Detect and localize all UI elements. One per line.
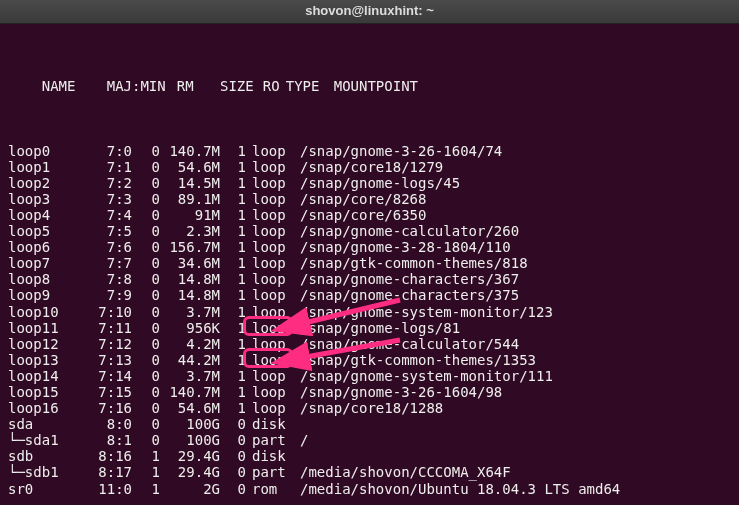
cell-name: loop8 [8,271,66,287]
cell-mountpoint: /snap/gnome-characters/367 [296,271,519,287]
cell-type: rom [246,481,296,497]
cell-majmin: 7:11 [66,320,134,336]
cell-mountpoint: /media/shovon/CCCOMA_X64F [296,464,511,480]
cell-rm: 0 [134,207,160,223]
cell-mountpoint: /snap/gnome-3-26-1604/74 [296,143,502,159]
cell-type: loop [246,223,296,239]
cell-type: loop [246,255,296,271]
cell-mountpoint: /snap/gnome-system-monitor/111 [296,368,553,384]
cell-size: 54.6M [160,159,220,175]
cell-type: part [246,432,296,448]
cell-ro: 1 [220,159,246,175]
cell-ro: 1 [220,175,246,191]
table-row: loop77:7034.6M1loop/snap/gtk-common-them… [8,255,731,271]
cell-size: 100G [160,432,220,448]
cell-mountpoint: /snap/gnome-system-monitor/123 [296,304,553,320]
cell-ro: 0 [220,464,246,480]
cell-name: loop16 [8,400,66,416]
header-size: SIZE [194,78,254,94]
cell-majmin: 7:12 [66,336,134,352]
cell-size: 14.8M [160,287,220,303]
cell-size: 91M [160,207,220,223]
cell-ro: 1 [220,304,246,320]
table-row: sda8:00100G0disk [8,416,731,432]
cell-name: loop9 [8,287,66,303]
header-rm: RM [168,78,194,94]
terminal-output[interactable]: NAMEMAJ:MINRMSIZEROTYPEMOUNTPOINT loop07… [0,24,739,505]
cell-size: 3.7M [160,368,220,384]
cell-majmin: 7:2 [66,175,134,191]
cell-size: 14.8M [160,271,220,287]
cell-ro: 1 [220,255,246,271]
cell-majmin: 8:1 [66,432,134,448]
cell-majmin: 7:10 [66,304,134,320]
cell-ro: 1 [220,223,246,239]
cell-ro: 0 [220,416,246,432]
cell-rm: 0 [134,143,160,159]
cell-size: 2G [160,481,220,497]
cell-mountpoint: /snap/gnome-calculator/544 [296,336,519,352]
cell-size: 956K [160,320,220,336]
cell-size: 140.7M [160,384,220,400]
cell-ro: 1 [220,320,246,336]
table-row: loop147:1403.7M1loop/snap/gnome-system-m… [8,368,731,384]
cell-ro: 1 [220,287,246,303]
cell-name: loop4 [8,207,66,223]
table-row: loop57:502.3M1loop/snap/gnome-calculator… [8,223,731,239]
cell-size: 54.6M [160,400,220,416]
header-ro: RO [254,78,280,94]
cell-ro: 0 [220,448,246,464]
cell-name: sdb [8,448,66,464]
cell-majmin: 7:13 [66,352,134,368]
cell-rm: 0 [134,159,160,175]
cell-majmin: 8:16 [66,448,134,464]
cell-mountpoint: /media/shovon/Ubuntu 18.04.3 LTS amd64 [296,481,620,497]
cell-mountpoint: /snap/gnome-logs/81 [296,320,460,336]
cell-name: loop2 [8,175,66,191]
cell-type: loop [246,368,296,384]
cell-rm: 0 [134,336,160,352]
table-row: loop107:1003.7M1loop/snap/gnome-system-m… [8,304,731,320]
cell-rm: 0 [134,191,160,207]
cell-majmin: 7:1 [66,159,134,175]
cell-ro: 0 [220,432,246,448]
table-row: sdb8:16129.4G0disk [8,448,731,464]
cell-mountpoint: /snap/gnome-characters/375 [296,287,519,303]
cell-majmin: 7:6 [66,239,134,255]
table-row: loop157:150140.7M1loop/snap/gnome-3-26-1… [8,384,731,400]
cell-name: loop11 [8,320,66,336]
cell-majmin: 7:3 [66,191,134,207]
cell-name: loop13 [8,352,66,368]
cell-majmin: 8:17 [66,464,134,480]
cell-mountpoint: /snap/core18/1279 [296,159,443,175]
cell-majmin: 7:16 [66,400,134,416]
cell-size: 29.4G [160,464,220,480]
cell-ro: 1 [220,336,246,352]
cell-majmin: 7:5 [66,223,134,239]
header-mountpoint: MOUNTPOINT [330,78,418,94]
cell-type: loop [246,320,296,336]
cell-type: loop [246,159,296,175]
cell-size: 29.4G [160,448,220,464]
table-row: loop167:16054.6M1loop/snap/core18/1288 [8,400,731,416]
cell-name: loop10 [8,304,66,320]
cell-mountpoint: /snap/gtk-common-themes/818 [296,255,528,271]
cell-ro: 1 [220,400,246,416]
cell-type: loop [246,207,296,223]
table-row: loop97:9014.8M1loop/snap/gnome-character… [8,287,731,303]
cell-rm: 0 [134,223,160,239]
cell-rm: 0 [134,416,160,432]
cell-majmin: 7:14 [66,368,134,384]
cell-name: └─sdb1 [8,464,66,480]
cell-type: disk [246,448,296,464]
cell-rm: 1 [134,448,160,464]
cell-mountpoint: /snap/core/6350 [296,207,426,223]
cell-mountpoint: /snap/gtk-common-themes/1353 [296,352,536,368]
cell-name: loop3 [8,191,66,207]
cell-mountpoint: /snap/gnome-calculator/260 [296,223,519,239]
table-row: loop17:1054.6M1loop/snap/core18/1279 [8,159,731,175]
cell-type: loop [246,352,296,368]
cell-mountpoint: /snap/core18/1288 [296,400,443,416]
cell-name: loop1 [8,159,66,175]
cell-name: loop0 [8,143,66,159]
